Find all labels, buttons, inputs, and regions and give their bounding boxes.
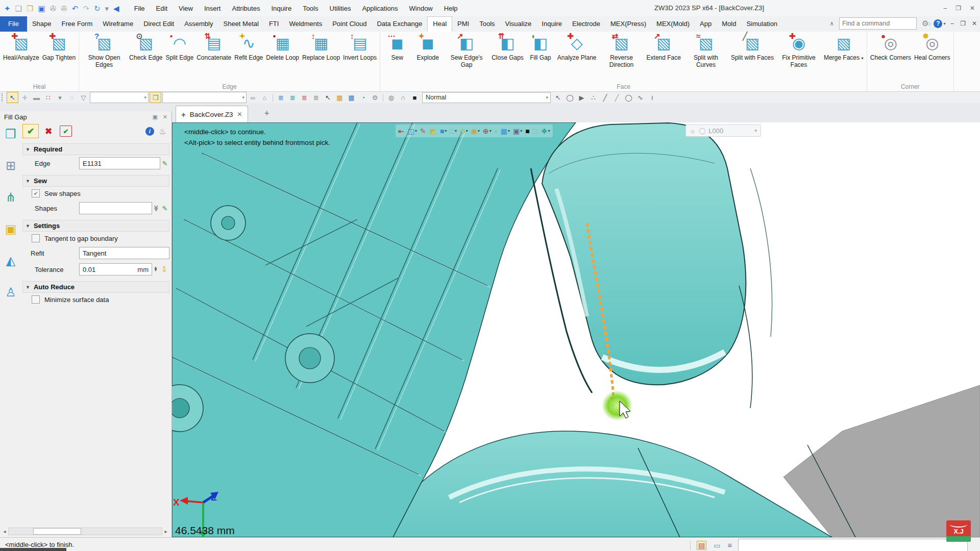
ribbon-tab[interactable]: FTI: [264, 16, 284, 32]
target-icon[interactable]: ⊕▾: [482, 127, 493, 135]
menu-item[interactable]: Help: [438, 1, 463, 16]
menu-item[interactable]: Insert: [199, 1, 227, 16]
tangent-checkbox[interactable]: [32, 234, 40, 242]
line2-icon[interactable]: ╱: [611, 92, 622, 103]
edge-pick-icon[interactable]: ✎: [160, 160, 169, 167]
link-icon[interactable]: ∞: [248, 92, 258, 103]
menu-item[interactable]: Tools: [297, 1, 324, 16]
layers-box-icon[interactable]: ▦▾: [500, 127, 511, 135]
part-dropdown[interactable]: ▾: [162, 92, 247, 103]
point-snap-caret[interactable]: ▾: [55, 92, 65, 103]
solid-box-icon[interactable]: ▣: [2, 220, 19, 238]
bg-light-swatch[interactable]: □: [532, 127, 539, 135]
expand-chevrons-icon[interactable]: ≫: [153, 204, 160, 212]
filter-dropdown[interactable]: ▾: [90, 92, 149, 103]
print-plus-icon[interactable]: ✇: [61, 5, 67, 12]
find-command-input[interactable]: [840, 20, 927, 27]
dashed-circle-icon[interactable]: ◌: [66, 92, 77, 103]
tree-list-icon[interactable]: ≣: [276, 92, 286, 103]
tree-list4-icon[interactable]: ≣: [311, 92, 322, 103]
person-icon[interactable]: ♙: [2, 284, 19, 301]
section-settings[interactable]: ▼ Settings: [22, 220, 169, 232]
gear-icon[interactable]: ⚙: [922, 19, 928, 28]
monitor-view-icon[interactable]: ▣▾: [512, 127, 523, 135]
ribbon-tab[interactable]: File: [0, 16, 27, 32]
shaded-view-icon[interactable]: ■▾: [439, 127, 448, 135]
menu-item[interactable]: View: [173, 1, 199, 16]
ribbon-tab[interactable]: Shape: [27, 16, 57, 32]
section-sew[interactable]: ▼ Sew: [22, 175, 169, 187]
scroll-right-icon[interactable]: ▸: [162, 529, 169, 534]
check-edge-tool[interactable]: ▧⊙ Check Edge: [128, 32, 164, 62]
zoom-doc-icon[interactable]: ◉▾: [470, 127, 481, 135]
panel-float-icon[interactable]: ▣: [152, 114, 157, 120]
show-open-edges-tool[interactable]: ▧? Show Open Edges: [81, 32, 128, 69]
open-file-icon[interactable]: ❒: [27, 5, 33, 12]
menu-item[interactable]: Attributes: [226, 1, 265, 16]
restore-button[interactable]: ❐: [955, 0, 961, 16]
scrollbar-thumb[interactable]: [33, 528, 81, 535]
ribbon-tab[interactable]: PMI: [452, 16, 474, 32]
gear-wrench-icon[interactable]: ⚙: [370, 92, 380, 103]
panel-scrollbar[interactable]: ◂ ▸: [1, 528, 169, 535]
scroll-left-icon[interactable]: ◂: [1, 529, 8, 534]
heal-analyze-tool[interactable]: ▧✚ Heal/Analyze: [2, 32, 41, 62]
cancel-button[interactable]: ✖: [41, 124, 56, 138]
table-gold-icon[interactable]: ▦: [334, 92, 345, 103]
notify-icon[interactable]: ◀: [113, 5, 119, 12]
cad-model-canvas[interactable]: [172, 122, 980, 537]
filter-icon[interactable]: ▽: [78, 92, 89, 103]
add-entity-icon[interactable]: ✛: [19, 92, 30, 103]
sew-edges-gap-tool[interactable]: ◧↗ Sew Edge's Gap: [443, 32, 490, 69]
image-icon[interactable]: ◭: [2, 252, 19, 269]
section-auto-reduce[interactable]: ▼ Auto Reduce: [22, 281, 169, 293]
ribbon-tab[interactable]: Inquire: [536, 16, 567, 32]
regen-icon[interactable]: ↻: [94, 5, 101, 12]
viewport-3d[interactable]: <middle-click> to continue. <Alt-pick> t…: [172, 122, 980, 537]
swatch-icon[interactable]: ■: [409, 92, 420, 103]
ribbon-tab[interactable]: App: [695, 16, 717, 32]
magnifier-icon[interactable]: ◯: [565, 92, 575, 103]
tolerance-spinner[interactable]: ▲▼: [152, 267, 159, 272]
lamp-icon[interactable]: ⌂: [259, 92, 270, 103]
sew-shapes-checkbox[interactable]: [32, 189, 40, 197]
ribbon-tab[interactable]: Heal: [427, 16, 452, 32]
line-icon[interactable]: ╱: [600, 92, 610, 103]
wireframe-view-icon[interactable]: □▾: [449, 127, 457, 135]
store-value-icon[interactable]: ⇩: [159, 265, 169, 274]
invert-loops-tool[interactable]: ▤↕ Invert Loops: [341, 32, 378, 62]
shapes-input[interactable]: [79, 202, 152, 214]
hierarchy-icon[interactable]: ⋔: [2, 189, 19, 206]
table-blue-icon[interactable]: ▦: [346, 92, 357, 103]
exit-view-icon[interactable]: ⇤: [397, 127, 406, 135]
doc-close-button[interactable]: ✕: [972, 20, 977, 27]
minimize-button[interactable]: –: [943, 0, 947, 16]
info-icon[interactable]: i: [145, 127, 154, 136]
fix-primitive-faces-tool[interactable]: ◉✚ Fix Primitive Faces: [775, 32, 822, 69]
ribbon-tab[interactable]: Sheet Metal: [218, 16, 264, 32]
document-list-icon[interactable]: ≡: [727, 541, 731, 549]
undo-icon[interactable]: ↶: [72, 5, 79, 12]
remove-entity-icon[interactable]: ▬: [31, 92, 42, 103]
check-corners-tool[interactable]: ◎● Check Corners: [869, 32, 913, 62]
refit-edge-tool[interactable]: ∿✦ Refit Edge: [233, 32, 264, 62]
ribbon-tab[interactable]: Assembly: [179, 16, 218, 32]
split-edge-tool[interactable]: ◠▪ Split Edge: [164, 32, 195, 62]
squiggle-icon[interactable]: ≀: [647, 92, 657, 103]
ribbon-tab[interactable]: MEX(Mold): [651, 16, 695, 32]
zw3d-logo-icon[interactable]: ✦: [4, 5, 11, 12]
panel-close-icon[interactable]: ✕: [163, 114, 167, 120]
tree-list3-icon[interactable]: ≣: [299, 92, 310, 103]
help-button[interactable]: ? ▾: [934, 19, 945, 28]
pick-cursor-icon[interactable]: ↖: [323, 92, 333, 103]
redo-icon[interactable]: ↷: [83, 5, 89, 12]
menu-item[interactable]: Edit: [151, 1, 173, 16]
panel-manager-icon[interactable]: ▤: [697, 541, 706, 550]
ribbon-tab[interactable]: Data Exchange: [372, 16, 427, 32]
shapes-pick-icon[interactable]: ✎: [160, 205, 169, 212]
new-file-icon[interactable]: ❏: [15, 5, 22, 12]
edge-input[interactable]: E1131: [79, 157, 160, 169]
document-tab[interactable]: + BackCover.Z3 ✕: [176, 106, 248, 122]
sew-tool[interactable]: ◼⋯ Sew: [382, 32, 412, 62]
tab-close-icon[interactable]: ✕: [237, 111, 242, 118]
